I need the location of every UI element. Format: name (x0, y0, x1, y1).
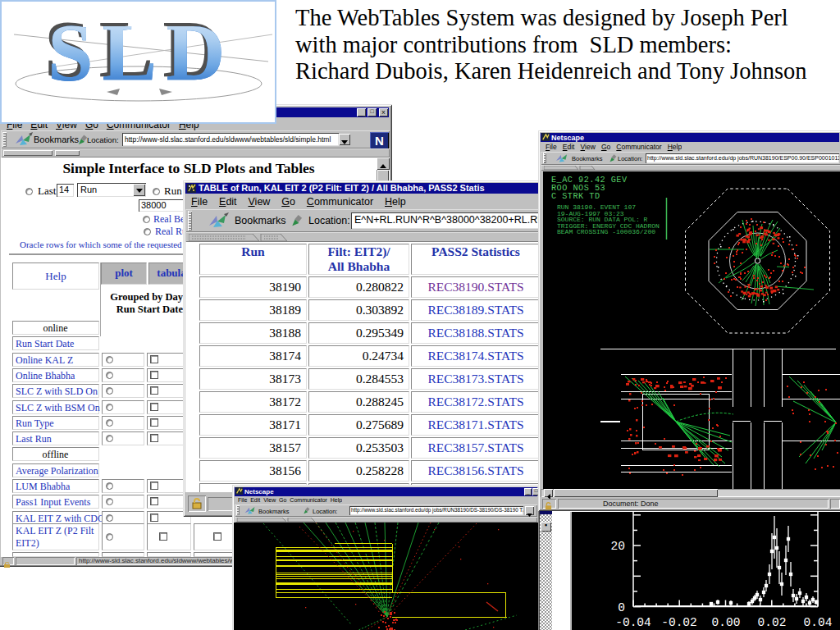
svg-text:-0.02: -0.02 (661, 616, 697, 629)
svg-text:0.02: 0.02 (758, 616, 787, 629)
svg-text:-0.04: -0.04 (615, 616, 651, 629)
svg-text:BEAM CROSSING -100036/200: BEAM CROSSING -100036/200 (557, 228, 655, 235)
svg-text:20: 20 (611, 540, 625, 553)
svg-text:0.04: 0.04 (804, 616, 833, 629)
svg-text:0.00: 0.00 (712, 616, 741, 629)
svg-text:C STRK TD: C STRK TD (551, 192, 600, 201)
svg-text:0: 0 (618, 601, 625, 614)
